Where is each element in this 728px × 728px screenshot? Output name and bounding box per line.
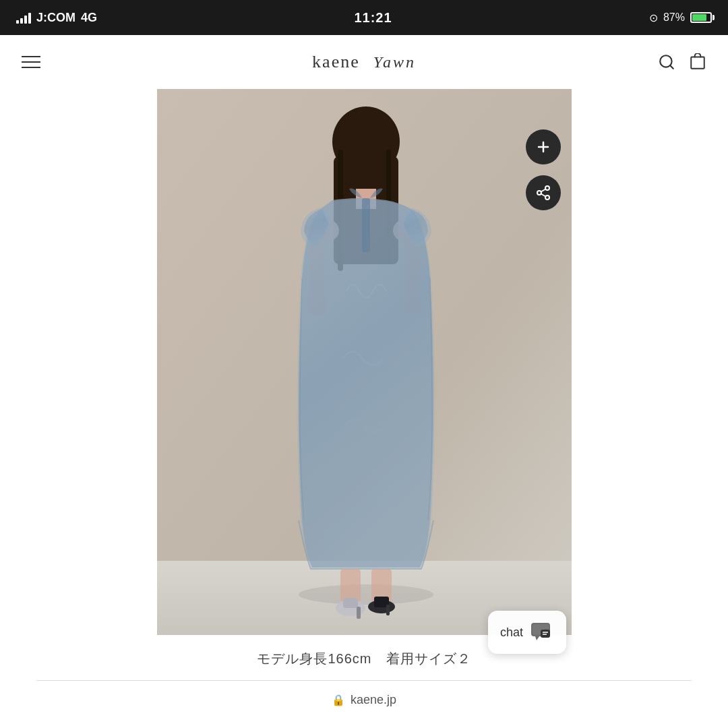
- svg-point-5: [299, 584, 433, 605]
- product-image: [157, 89, 572, 635]
- network-label: 4G: [81, 11, 97, 25]
- rotation-icon: ⊙: [649, 11, 658, 24]
- product-caption: モデル身長166cm 着用サイズ２: [0, 635, 728, 680]
- svg-line-1: [670, 65, 673, 69]
- status-right: ⊙ 87%: [649, 11, 712, 24]
- menu-button[interactable]: [22, 56, 40, 68]
- svg-rect-26: [386, 605, 390, 615]
- brand-logo: kaene Yawn: [312, 52, 416, 72]
- share-button[interactable]: [526, 175, 561, 210]
- caption-text: モデル身長166cm 着用サイズ２: [257, 651, 471, 666]
- logo-yawn[interactable]: Yawn: [373, 53, 416, 71]
- chat-label: chat: [500, 626, 523, 640]
- svg-rect-23: [357, 607, 361, 619]
- battery-percent: 87%: [663, 11, 685, 24]
- svg-rect-19: [340, 569, 361, 603]
- url-text: kaene.jp: [351, 693, 396, 707]
- product-image-area: [157, 89, 572, 635]
- svg-line-33: [541, 189, 545, 192]
- svg-rect-2: [691, 57, 704, 68]
- svg-rect-18: [362, 198, 370, 252]
- status-left: J:COM 4G: [16, 11, 97, 25]
- svg-marker-36: [535, 636, 539, 640]
- battery-icon: [690, 12, 712, 23]
- logo-kaene[interactable]: kaene: [312, 52, 360, 72]
- chat-button[interactable]: chat: [488, 611, 566, 654]
- signal-icon: [16, 11, 31, 24]
- svg-line-32: [541, 194, 545, 197]
- search-button[interactable]: [658, 53, 675, 71]
- lock-icon: 🔒: [332, 694, 345, 706]
- add-button[interactable]: [526, 129, 561, 164]
- chat-icon: [530, 620, 554, 644]
- svg-rect-37: [541, 630, 550, 638]
- nav-bar: kaene Yawn: [0, 35, 728, 89]
- nav-actions: [658, 53, 706, 71]
- svg-rect-22: [343, 598, 358, 608]
- cart-button[interactable]: [689, 53, 706, 71]
- status-bar: J:COM 4G 11:21 ⊙ 87%: [0, 0, 728, 35]
- carrier-label: J:COM: [36, 11, 75, 25]
- footer-url: 🔒 kaene.jp: [0, 681, 728, 719]
- time-display: 11:21: [354, 10, 392, 26]
